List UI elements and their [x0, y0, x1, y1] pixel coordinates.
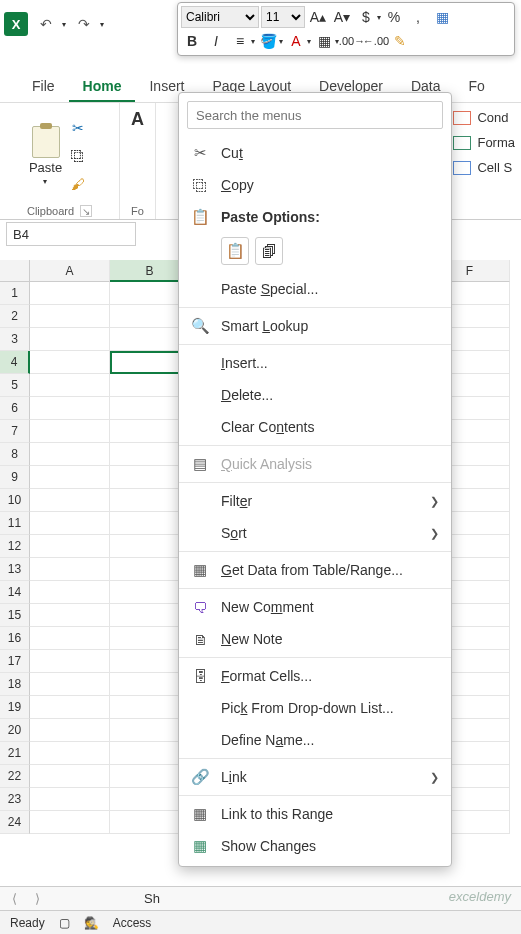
align-icon[interactable]: ≡ — [229, 30, 251, 52]
prev-sheet-button[interactable]: ⟨ — [8, 891, 21, 906]
cell[interactable] — [30, 351, 110, 374]
ctx-link-range[interactable]: ▦Link to this Range — [179, 798, 451, 830]
name-box[interactable]: B4 — [6, 222, 136, 246]
row-header[interactable]: 22 — [0, 765, 30, 788]
next-sheet-button[interactable]: ⟩ — [31, 891, 44, 906]
undo-button[interactable]: ↶ — [34, 12, 58, 36]
increase-decimal-icon[interactable]: .00→ — [341, 30, 363, 52]
conditional-formatting-button[interactable]: Cond — [453, 110, 515, 125]
ctx-filter[interactable]: Filter❯ — [179, 485, 451, 517]
row-header[interactable]: 17 — [0, 650, 30, 673]
col-header-a[interactable]: A — [30, 260, 110, 282]
row-header[interactable]: 23 — [0, 788, 30, 811]
ctx-get-data[interactable]: ▦Get Data from Table/Range... — [179, 554, 451, 586]
row-header[interactable]: 8 — [0, 443, 30, 466]
ctx-insert[interactable]: Insert... — [179, 347, 451, 379]
bold-button[interactable]: B — [181, 30, 203, 52]
ctx-cut[interactable]: ✂Cut — [179, 137, 451, 169]
redo-dropdown[interactable]: ▾ — [100, 20, 104, 29]
currency-dropdown[interactable]: ▾ — [377, 13, 381, 22]
cell[interactable] — [30, 466, 110, 489]
ctx-paste-special[interactable]: Paste Special... — [179, 273, 451, 305]
currency-icon[interactable]: $ — [355, 6, 377, 28]
tab-file[interactable]: File — [18, 72, 69, 103]
font-family-select[interactable]: Calibri — [181, 6, 259, 28]
cell[interactable] — [30, 650, 110, 673]
paste-default-option[interactable]: 📋 — [221, 237, 249, 265]
row-header[interactable]: 21 — [0, 742, 30, 765]
cell[interactable] — [30, 489, 110, 512]
redo-button[interactable]: ↷ — [72, 12, 96, 36]
tab-formulas[interactable]: Fo — [455, 72, 499, 103]
cell[interactable] — [30, 627, 110, 650]
cell[interactable] — [30, 765, 110, 788]
undo-dropdown[interactable]: ▾ — [62, 20, 66, 29]
increase-font-icon[interactable]: A▴ — [307, 6, 329, 28]
decrease-font-icon[interactable]: A▾ — [331, 6, 353, 28]
cell[interactable] — [30, 420, 110, 443]
format-painter-icon[interactable]: ✎ — [389, 30, 411, 52]
cell[interactable] — [30, 811, 110, 834]
ctx-clear-contents[interactable]: Clear Contents — [179, 411, 451, 443]
cell[interactable] — [30, 305, 110, 328]
select-all-corner[interactable] — [0, 260, 30, 282]
align-dropdown[interactable]: ▾ — [251, 37, 255, 46]
font-size-select[interactable]: 11 — [261, 6, 305, 28]
cell[interactable] — [30, 581, 110, 604]
ctx-link[interactable]: 🔗Link❯ — [179, 761, 451, 793]
row-header[interactable]: 13 — [0, 558, 30, 581]
cell-styles-button[interactable]: Cell S — [453, 160, 515, 175]
row-header[interactable]: 19 — [0, 696, 30, 719]
row-header[interactable]: 11 — [0, 512, 30, 535]
ctx-smart-lookup[interactable]: 🔍Smart Lookup — [179, 310, 451, 342]
font-color-icon[interactable]: A — [285, 30, 307, 52]
row-header[interactable]: 2 — [0, 305, 30, 328]
ctx-format-cells[interactable]: 🗄Format Cells... — [179, 660, 451, 692]
fill-dropdown[interactable]: ▾ — [279, 37, 283, 46]
borders-icon[interactable]: ▦ — [313, 30, 335, 52]
row-header[interactable]: 20 — [0, 719, 30, 742]
ctx-new-comment[interactable]: 🗨New Comment — [179, 591, 451, 623]
ctx-sort[interactable]: Sort❯ — [179, 517, 451, 549]
row-header[interactable]: 12 — [0, 535, 30, 558]
cell[interactable] — [30, 374, 110, 397]
sheet-tab[interactable]: Sh — [144, 891, 160, 906]
format-painter-button[interactable]: 🖌 — [66, 172, 90, 196]
tab-home[interactable]: Home — [69, 72, 136, 103]
cell[interactable] — [30, 397, 110, 420]
row-header[interactable]: 7 — [0, 420, 30, 443]
clipboard-launcher[interactable]: ↘ — [80, 205, 92, 217]
comma-icon[interactable]: , — [407, 6, 429, 28]
format-as-table-button[interactable]: Forma — [453, 135, 515, 150]
row-header[interactable]: 4 — [0, 351, 30, 374]
row-header[interactable]: 3 — [0, 328, 30, 351]
menu-search-input[interactable] — [187, 101, 443, 129]
cell[interactable] — [30, 512, 110, 535]
row-header[interactable]: 5 — [0, 374, 30, 397]
cell[interactable] — [30, 282, 110, 305]
ctx-show-changes[interactable]: ▦Show Changes — [179, 830, 451, 862]
cell[interactable] — [30, 604, 110, 627]
paste-special-option[interactable]: 🗐 — [255, 237, 283, 265]
cell[interactable] — [30, 443, 110, 466]
row-header[interactable]: 14 — [0, 581, 30, 604]
cell[interactable] — [30, 535, 110, 558]
macro-record-icon[interactable]: ▢ — [59, 916, 70, 930]
table-format-icon[interactable]: ▦ — [431, 6, 453, 28]
ctx-delete[interactable]: Delete... — [179, 379, 451, 411]
cell[interactable] — [30, 719, 110, 742]
ctx-new-note[interactable]: 🗎New Note — [179, 623, 451, 655]
ctx-pick-dropdown[interactable]: Pick From Drop-down List... — [179, 692, 451, 724]
row-header[interactable]: 1 — [0, 282, 30, 305]
fill-color-icon[interactable]: 🪣 — [257, 30, 279, 52]
row-header[interactable]: 18 — [0, 673, 30, 696]
decrease-decimal-icon[interactable]: ←.00 — [365, 30, 387, 52]
ctx-copy[interactable]: ⿻Copy — [179, 169, 451, 201]
paste-button[interactable]: Paste ▾ — [29, 126, 62, 186]
cut-icon[interactable]: ✂ — [66, 116, 90, 140]
row-header[interactable]: 15 — [0, 604, 30, 627]
paste-dropdown[interactable]: ▾ — [43, 177, 47, 186]
row-header[interactable]: 6 — [0, 397, 30, 420]
cell[interactable] — [30, 673, 110, 696]
row-header[interactable]: 10 — [0, 489, 30, 512]
